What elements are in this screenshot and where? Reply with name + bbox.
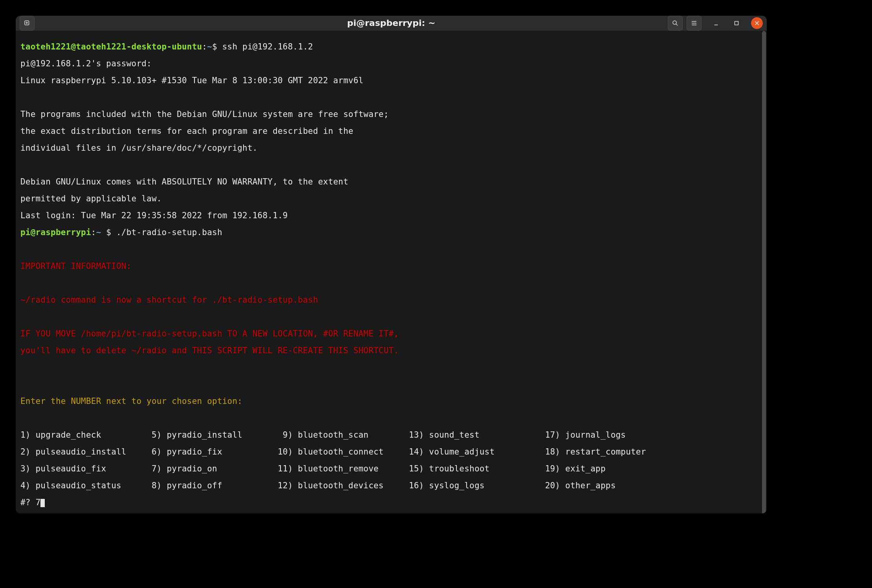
local-prompt-path: ~ [207, 42, 212, 51]
hamburger-icon [691, 20, 698, 27]
terminal-window: pi@raspberrypi: ~ [16, 16, 767, 513]
search-icon [672, 20, 679, 27]
menu-prompt: Enter the NUMBER next to your chosen opt… [20, 397, 762, 406]
remote-prompt-user: pi@raspberrypi [20, 228, 91, 237]
menu-row-4: 4) pulseaudio_status 8) pyradio_off 12) … [20, 482, 762, 490]
motd-line-5: permitted by applicable law. [20, 195, 762, 203]
motd-line-3: individual files in /usr/share/doc/*/cop… [20, 144, 762, 153]
scrollbar-track[interactable] [762, 31, 766, 513]
maximize-button[interactable] [731, 17, 742, 29]
menu-row-3: 3) pulseaudio_fix 7) pyradio_on 11) blue… [20, 465, 762, 473]
info-line-1: ~/radio command is now a shortcut for ./… [20, 296, 762, 305]
maximize-icon [733, 20, 740, 27]
svg-line-4 [676, 24, 678, 26]
close-icon [753, 20, 760, 27]
ssh-command: ssh pi@192.168.1.2 [222, 42, 313, 51]
input-value: 7 [36, 498, 41, 507]
last-login: Last login: Tue Mar 22 19:35:58 2022 fro… [20, 212, 762, 220]
new-tab-icon [24, 20, 31, 27]
motd-line-2: the exact distribution terms for each pr… [20, 127, 762, 136]
terminal-content[interactable]: taoteh1221@taoteh1221-desktop-ubuntu:~$ … [16, 31, 767, 513]
menu-button[interactable] [687, 16, 702, 31]
scrollbar-thumb[interactable] [762, 31, 766, 513]
cursor [40, 499, 45, 507]
password-prompt: pi@192.168.1.2's password: [20, 60, 762, 68]
motd-line-1: The programs included with the Debian GN… [20, 110, 762, 119]
search-button[interactable] [668, 16, 683, 31]
info-line-2: IF YOU MOVE /home/pi/bt-radio-setup.bash… [20, 330, 762, 338]
input-prompt: #? [20, 498, 36, 507]
menu-row-2: 2) pulseaudio_install 6) pyradio_fix 10)… [20, 448, 762, 457]
local-prompt-user: taoteh1221@taoteh1221-desktop-ubuntu [20, 42, 202, 51]
kernel-line: Linux raspberrypi 5.10.103+ #1530 Tue Ma… [20, 77, 762, 85]
svg-rect-9 [735, 22, 738, 25]
svg-point-3 [673, 21, 676, 24]
window-title: pi@raspberrypi: ~ [16, 18, 767, 28]
minimize-button[interactable] [710, 17, 722, 29]
menu-row-1: 1) upgrade_check 5) pyradio_install 9) b… [20, 431, 762, 440]
script-command: ./bt-radio-setup.bash [116, 228, 222, 237]
motd-line-4: Debian GNU/Linux comes with ABSOLUTELY N… [20, 178, 762, 186]
info-heading: IMPORTANT INFORMATION: [20, 262, 762, 271]
titlebar: pi@raspberrypi: ~ [16, 16, 767, 31]
new-tab-button[interactable] [20, 16, 35, 31]
close-button[interactable] [751, 17, 763, 29]
minimize-icon [713, 20, 720, 27]
remote-prompt-path: ~ [96, 228, 101, 237]
info-line-3: you'll have to delete ~/radio and THIS S… [20, 347, 762, 355]
